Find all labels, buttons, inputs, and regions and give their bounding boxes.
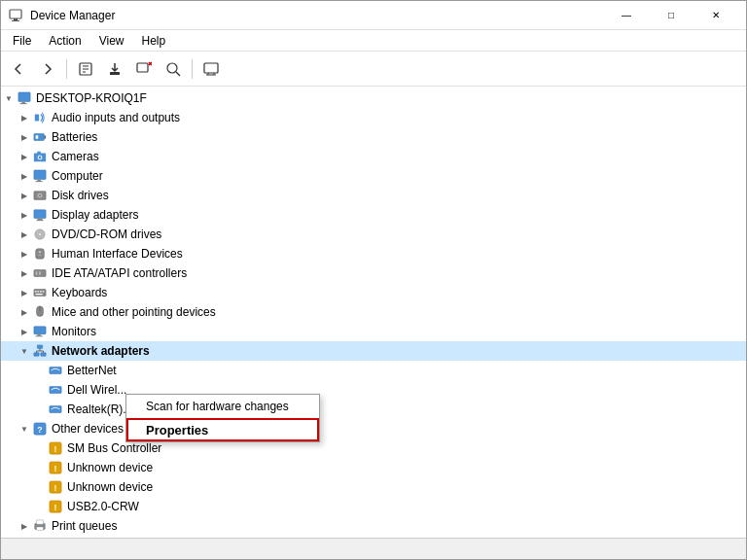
tree-item-computer[interactable]: ▶ Computer bbox=[1, 166, 746, 186]
expander-cameras[interactable]: ▶ bbox=[17, 149, 32, 164]
tree-item-unknown1[interactable]: ▶ ! Unknown device bbox=[1, 458, 746, 477]
expander-hid[interactable]: ▶ bbox=[17, 246, 32, 262]
tree-label-unknown1: Unknown device bbox=[67, 461, 153, 474]
tree-item-display[interactable]: ▶ Display adapters bbox=[1, 205, 746, 225]
tree-label-mice: Mice and other pointing devices bbox=[52, 305, 216, 319]
expander-dvd[interactable]: ▶ bbox=[17, 227, 32, 242]
svg-rect-20 bbox=[35, 115, 39, 122]
svg-point-41 bbox=[39, 251, 42, 254]
expander-mice[interactable]: ▶ bbox=[17, 304, 32, 320]
icon-computer bbox=[17, 90, 32, 106]
toolbar-computer[interactable] bbox=[197, 55, 225, 83]
tree-item-betternet[interactable]: ▶ BetterNet bbox=[1, 361, 746, 380]
svg-rect-57 bbox=[37, 345, 42, 349]
expander-printq[interactable]: ▶ bbox=[17, 518, 32, 534]
tree-item-printq[interactable]: ▶ Print queues bbox=[1, 516, 746, 536]
menu-view[interactable]: View bbox=[91, 32, 132, 50]
svg-rect-17 bbox=[18, 92, 30, 102]
toolbar-back[interactable] bbox=[5, 55, 32, 83]
tree-item-unknown2[interactable]: ▶ ! Unknown device bbox=[1, 477, 746, 497]
icon-unknown1: ! bbox=[48, 460, 63, 475]
close-button[interactable]: ✕ bbox=[694, 1, 738, 30]
tree-item-audio[interactable]: ▶ Audio inputs and outputs bbox=[1, 108, 746, 127]
tree-label-smbus: SM Bus Controller bbox=[67, 441, 161, 455]
tree-label-unknown2: Unknown device bbox=[67, 480, 153, 494]
expander-display[interactable]: ▶ bbox=[17, 207, 32, 223]
tree-label-other: Other devices bbox=[52, 422, 124, 436]
tree-label-hid: Human Interface Devices bbox=[52, 247, 183, 261]
icon-keyboards bbox=[32, 285, 48, 300]
tree-label-display: Display adapters bbox=[52, 208, 138, 222]
tree-label-root: DESKTOP-KROIQ1F bbox=[36, 91, 147, 105]
expander-network[interactable]: ▼ bbox=[17, 343, 32, 359]
tree-item-hid[interactable]: ▶ Human Interface Devices bbox=[1, 244, 746, 263]
tree-item-keyboards[interactable]: ▶ Keyboards bbox=[1, 283, 746, 302]
icon-ide bbox=[32, 265, 48, 281]
expander-computer[interactable]: ▶ bbox=[17, 168, 32, 184]
svg-rect-49 bbox=[40, 291, 42, 292]
expander-batteries[interactable]: ▶ bbox=[17, 129, 32, 145]
tree-item-root[interactable]: ▼ DESKTOP-KROIQ1F bbox=[1, 88, 746, 108]
context-menu-properties[interactable]: Properties bbox=[126, 418, 319, 441]
tree-item-mice[interactable]: ▶ Mice and other pointing devices bbox=[1, 302, 746, 322]
svg-rect-7 bbox=[110, 72, 120, 75]
svg-rect-21 bbox=[34, 134, 45, 141]
menu-file[interactable]: File bbox=[5, 32, 39, 50]
svg-rect-29 bbox=[37, 180, 41, 182]
svg-text:!: ! bbox=[54, 503, 57, 512]
title-bar: Device Manager — □ ✕ bbox=[1, 1, 746, 30]
tree-label-computer: Computer bbox=[52, 169, 103, 183]
context-menu-scan[interactable]: Scan for hardware changes bbox=[126, 395, 319, 418]
tree-item-usb2crw[interactable]: ▶ ! USB2.0-CRW bbox=[1, 497, 746, 516]
tree-label-keyboards: Keyboards bbox=[52, 286, 107, 299]
svg-rect-40 bbox=[36, 249, 45, 260]
svg-point-39 bbox=[39, 233, 40, 234]
tree-item-cameras[interactable]: ▶ Cameras bbox=[1, 147, 746, 166]
expander-ide[interactable]: ▶ bbox=[17, 265, 32, 281]
svg-rect-35 bbox=[37, 219, 42, 221]
toolbar-forward[interactable] bbox=[34, 55, 61, 83]
menu-help[interactable]: Help bbox=[134, 32, 174, 50]
tree-label-printq: Print queues bbox=[52, 519, 117, 533]
svg-rect-50 bbox=[43, 291, 45, 292]
svg-rect-47 bbox=[35, 291, 37, 292]
toolbar-uninstall[interactable] bbox=[130, 55, 158, 83]
tree-item-ide[interactable]: ▶ IDE ATA/ATAPI controllers bbox=[1, 263, 746, 283]
expander-monitors[interactable]: ▶ bbox=[17, 324, 32, 339]
svg-text:!: ! bbox=[54, 464, 57, 473]
toolbar-sep-2 bbox=[192, 59, 193, 79]
tree-item-batteries[interactable]: ▶ Batteries bbox=[1, 127, 746, 147]
tree-item-other[interactable]: ▼ ? Other devices bbox=[1, 419, 746, 438]
icon-dvd bbox=[32, 227, 48, 242]
maximize-button[interactable]: □ bbox=[649, 1, 694, 30]
device-manager-window: Device Manager — □ ✕ File Action View He… bbox=[0, 0, 747, 560]
expander-other[interactable]: ▼ bbox=[17, 421, 32, 437]
tree-label-dell: Dell Wirel... bbox=[67, 383, 126, 397]
tree-item-network[interactable]: ▼ Network adapters bbox=[1, 341, 746, 361]
tree-item-disk[interactable]: ▶ Disk drives bbox=[1, 186, 746, 205]
toolbar-properties[interactable] bbox=[72, 55, 99, 83]
minimize-button[interactable]: — bbox=[604, 1, 649, 30]
expander-audio[interactable]: ▶ bbox=[17, 110, 32, 125]
expander-disk[interactable]: ▶ bbox=[17, 188, 32, 203]
device-tree[interactable]: ▼ DESKTOP-KROIQ1F ▶ Audio inputs and out… bbox=[1, 87, 746, 538]
icon-unknown2: ! bbox=[48, 479, 63, 495]
tree-label-cameras: Cameras bbox=[52, 150, 99, 163]
toolbar-update-driver[interactable] bbox=[101, 55, 128, 83]
tree-item-smbus[interactable]: ▶ ! SM Bus Controller bbox=[1, 438, 746, 458]
tree-item-monitors[interactable]: ▶ Monitors bbox=[1, 322, 746, 341]
icon-network bbox=[32, 343, 48, 359]
svg-rect-19 bbox=[20, 103, 27, 104]
toolbar-scan[interactable] bbox=[160, 55, 187, 83]
svg-rect-36 bbox=[37, 220, 44, 221]
expander-keyboards[interactable]: ▶ bbox=[17, 285, 32, 300]
tree-item-dvd[interactable]: ▶ DVD/CD-ROM drives bbox=[1, 225, 746, 244]
svg-rect-30 bbox=[36, 181, 43, 182]
tree-item-realtek[interactable]: ▶ Realtek(R)... bbox=[1, 400, 746, 419]
svg-line-12 bbox=[176, 72, 180, 76]
tree-item-processors[interactable]: ▶ Processors bbox=[1, 536, 746, 538]
tree-item-dell[interactable]: ▶ Dell Wirel... bbox=[1, 380, 746, 400]
icon-hid bbox=[32, 246, 48, 262]
expander-root[interactable]: ▼ bbox=[1, 90, 17, 106]
menu-action[interactable]: Action bbox=[41, 32, 89, 50]
